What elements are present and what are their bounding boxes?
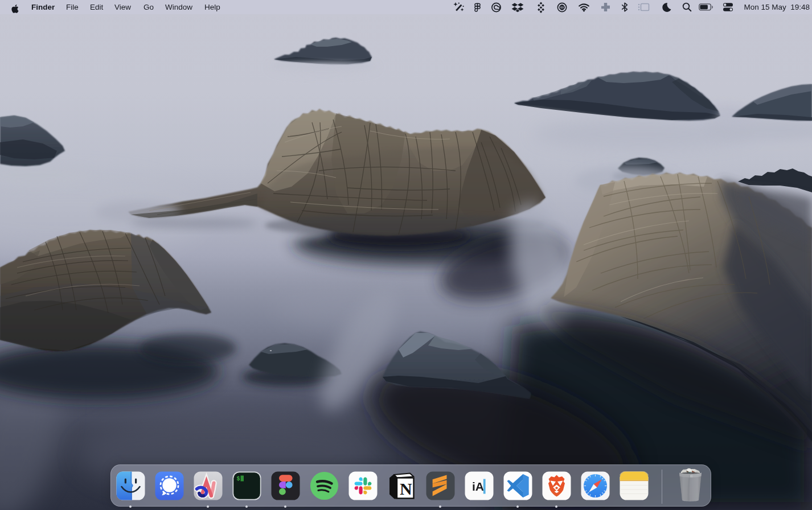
svg-text:$: $ <box>236 476 240 482</box>
svg-text:N: N <box>400 479 412 498</box>
svg-text:iA: iA <box>472 480 484 493</box>
